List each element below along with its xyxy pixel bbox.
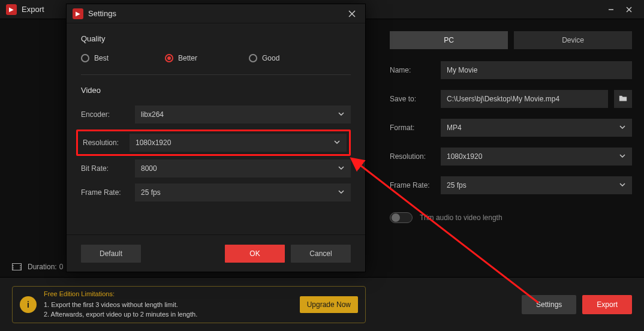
chevron-down-icon — [338, 110, 345, 119]
folder-icon — [619, 94, 627, 104]
default-label: Default — [100, 249, 122, 258]
resolution-value: 1080x1920 — [447, 152, 482, 161]
tab-pc-label: PC — [444, 36, 454, 44]
limitations-text: Free Edition Limitations: 1. Export the … — [44, 289, 197, 320]
framerate-select[interactable]: 25 fps — [441, 176, 632, 194]
quality-section-title: Quality — [81, 34, 351, 43]
export-right-panel: PC Device Name: My Movie Save to: C:\Use… — [390, 31, 632, 223]
export-label: Export — [597, 300, 618, 309]
divider — [81, 74, 351, 75]
browse-button[interactable] — [614, 90, 632, 108]
ok-label: OK — [249, 249, 260, 258]
export-button[interactable]: Export — [582, 295, 632, 314]
limitations-line1: 1. Export the first 3 videos without len… — [44, 300, 197, 310]
duration-value: 0 — [59, 263, 64, 271]
name-input[interactable]: My Movie — [441, 61, 632, 79]
trim-audio-label: Trim audio to video length — [420, 213, 502, 222]
duration-label: Duration: — [28, 263, 57, 271]
dialog-titlebar: ▶ Settings — [67, 4, 365, 23]
export-title: Export — [22, 5, 44, 14]
framerate-value: 25 fps — [447, 181, 467, 189]
bitrate-select[interactable]: 8000 — [135, 160, 351, 177]
dialog-framerate-value: 25 fps — [141, 188, 161, 197]
duration-row: Duration: 0 — [12, 263, 63, 271]
radio-icon — [165, 54, 173, 62]
chevron-down-icon — [338, 164, 345, 173]
format-label: Format: — [390, 124, 435, 132]
cancel-label: Cancel — [309, 249, 332, 258]
quality-best-radio[interactable]: Best — [81, 54, 165, 62]
upgrade-button[interactable]: Upgrade Now — [300, 296, 358, 313]
app-icon: ▶ — [6, 4, 17, 15]
quality-better-label: Better — [178, 54, 197, 62]
limitations-line2: 2. Afterwards, export video up to 2 minu… — [44, 309, 197, 320]
dialog-framerate-label: Frame Rate: — [81, 188, 135, 197]
ok-button[interactable]: OK — [225, 245, 285, 263]
format-select[interactable]: MP4 — [441, 119, 632, 137]
settings-label: Settings — [536, 300, 562, 309]
chevron-down-icon — [338, 188, 345, 197]
export-footer: i Free Edition Limitations: 1. Export th… — [0, 277, 644, 331]
tab-device[interactable]: Device — [514, 31, 632, 49]
dialog-body: Quality Best Better Good Video Encoder: … — [67, 23, 365, 234]
limitations-header: Free Edition Limitations: — [44, 289, 197, 299]
trim-audio-toggle[interactable] — [390, 212, 413, 223]
bitrate-label: Bit Rate: — [81, 164, 135, 173]
upgrade-label: Upgrade Now — [307, 300, 351, 309]
quality-good-radio[interactable]: Good — [249, 54, 333, 62]
default-button[interactable]: Default — [81, 245, 141, 263]
settings-button[interactable]: Settings — [522, 295, 576, 314]
resolution-label: Resolution: — [390, 152, 435, 161]
encoder-label: Encoder: — [81, 110, 135, 119]
saveto-label: Save to: — [390, 95, 435, 103]
resolution-highlight: Resolution: 1080x1920 — [76, 130, 351, 156]
chevron-down-icon — [619, 124, 626, 133]
dialog-resolution-select[interactable]: 1080x1920 — [130, 134, 347, 152]
video-section-title: Video — [81, 86, 351, 95]
dialog-framerate-select[interactable]: 25 fps — [135, 183, 351, 201]
chevron-down-icon — [619, 152, 626, 161]
quality-best-label: Best — [94, 54, 109, 62]
quality-better-radio[interactable]: Better — [165, 54, 249, 62]
limitations-box: i Free Edition Limitations: 1. Export th… — [12, 286, 366, 323]
app-icon: ▶ — [73, 8, 83, 19]
minimize-button[interactable] — [602, 1, 620, 19]
name-label: Name: — [390, 66, 435, 74]
encoder-select[interactable]: libx264 — [135, 106, 351, 124]
encoder-value: libx264 — [141, 110, 164, 119]
radio-icon — [249, 54, 257, 62]
dialog-resolution-value: 1080x1920 — [136, 139, 171, 147]
resolution-select[interactable]: 1080x1920 — [441, 148, 632, 166]
name-value: My Movie — [447, 66, 477, 74]
chevron-down-icon — [333, 139, 341, 148]
info-icon: i — [20, 296, 37, 313]
dialog-title: Settings — [88, 9, 116, 18]
dialog-resolution-label: Resolution: — [79, 139, 130, 147]
radio-icon — [81, 54, 89, 62]
quality-good-label: Good — [262, 54, 279, 62]
close-button[interactable] — [620, 1, 638, 19]
saveto-input[interactable]: C:\Users\bj\Desktop\My Movie.mp4 — [441, 90, 608, 108]
cancel-button[interactable]: Cancel — [291, 245, 351, 263]
chevron-down-icon — [619, 181, 626, 190]
dialog-footer: Default OK Cancel — [67, 234, 365, 272]
film-icon — [12, 263, 22, 270]
format-value: MP4 — [447, 124, 462, 132]
bitrate-value: 8000 — [141, 164, 157, 173]
dialog-close-button[interactable] — [345, 7, 359, 21]
settings-dialog: ▶ Settings Quality Best Better Good Vide… — [66, 4, 366, 272]
saveto-value: C:\Users\bj\Desktop\My Movie.mp4 — [447, 95, 559, 103]
tab-pc[interactable]: PC — [390, 31, 508, 49]
framerate-label: Frame Rate: — [390, 181, 435, 189]
tab-device-label: Device — [562, 36, 584, 44]
